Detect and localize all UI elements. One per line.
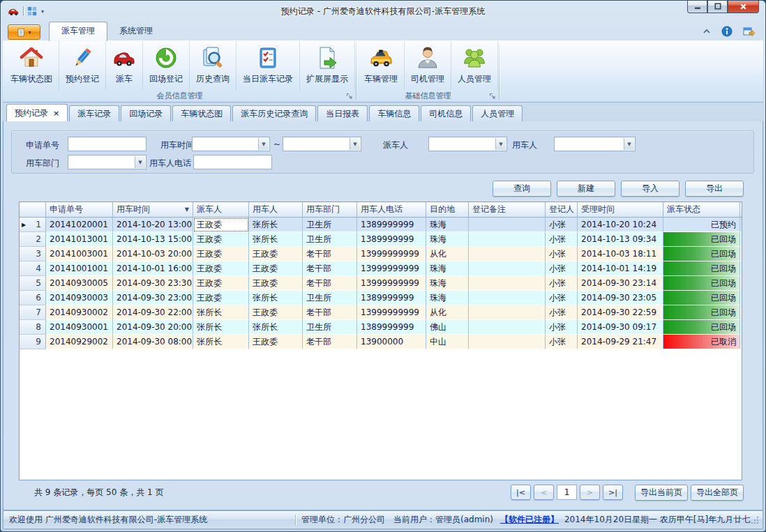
cell-remark[interactable] [469,261,546,276]
cell-use-time[interactable]: 2014-09-30 22:00 [113,305,193,320]
table-row[interactable]: 9201409290022014-09-30 08:00张所长王政委老干部139… [20,335,742,349]
cell-user[interactable]: 王政委 [249,261,303,276]
next-page-button[interactable]: > [580,485,600,500]
row-header-cell[interactable]: 5 [20,276,46,291]
cell-apply-no[interactable]: 20141020001 [46,218,113,232]
maximize-button[interactable] [707,0,728,13]
cell-phone[interactable]: 1389999999 [357,232,426,247]
cell-accept-time[interactable]: 2014-09-30 22:59 [578,305,663,320]
cell-registrar[interactable]: 小张 [546,291,578,305]
close-button[interactable] [728,0,759,13]
cell-dept[interactable]: 卫生所 [303,320,357,335]
row-header-cell[interactable]: 6 [20,291,46,305]
new-button[interactable]: 新建 [557,181,615,197]
table-row[interactable]: ▶1201410200012014-10-20 13:00王政委张所长卫生所13… [20,218,742,232]
cell-phone[interactable]: 13999999999 [357,261,426,276]
chevron-down-icon[interactable]: ▼ [624,138,634,150]
cell-apply-no[interactable]: 20140930005 [46,276,113,291]
cell-status[interactable]: 已预约 [663,218,740,232]
table-row[interactable]: 4201410010012014-10-01 16:00王政委王政委老干部139… [20,261,742,276]
table-row[interactable]: 3201410030012014-10-03 20:00王政委王政委老干部139… [20,247,742,261]
last-page-button[interactable]: >| [603,485,623,500]
export-button[interactable]: 导出 [685,181,744,197]
chevron-down-icon[interactable]: ▼ [258,138,269,150]
column-header-user[interactable]: 用车人 [249,202,303,218]
cell-apply-no[interactable]: 20140930003 [46,291,113,305]
cell-use-time[interactable]: 2014-09-30 08:00 [113,335,193,349]
cell-apply-no[interactable]: 20141003001 [46,247,113,261]
layout-grid-icon[interactable] [27,6,37,16]
ribbon-button-vehicle-status-map[interactable]: 车辆状态图 [4,41,59,90]
cell-user[interactable]: 王政委 [249,247,303,261]
resize-grip[interactable] [750,515,759,524]
cell-remark[interactable] [469,305,546,320]
cell-user[interactable]: 王政委 [249,276,303,291]
cell-phone[interactable]: 13999999999 [357,305,426,320]
cell-status[interactable]: 已回场 [663,232,740,247]
apply-no-input[interactable] [68,137,147,151]
collapse-ribbon-icon[interactable] [703,29,711,34]
cell-registrar[interactable]: 小张 [546,276,578,291]
cell-accept-time[interactable]: 2014-09-29 21:47 [578,335,663,349]
cell-use-time[interactable]: 2014-10-03 20:00 [113,247,193,261]
doc-tab-dispatch-records[interactable]: 派车记录 [69,105,119,121]
cell-accept-time[interactable]: 2014-09-30 23:05 [578,291,663,305]
chevron-down-icon[interactable]: ▼ [135,156,145,168]
cell-status[interactable]: 已回场 [663,247,740,261]
close-tab-icon[interactable]: × [53,109,59,118]
cell-dispatcher[interactable]: 王政委 [193,218,249,232]
row-header-cell[interactable]: 8 [20,320,46,335]
cell-dept[interactable]: 老干部 [303,276,357,291]
license-registered-link[interactable]: 【软件已注册】 [500,514,559,526]
cell-registrar[interactable]: 小张 [546,305,578,320]
ribbon-tab-dispatch-management[interactable]: 派车管理 [49,22,107,41]
ribbon-button-reservation-register[interactable]: 预约登记 [59,41,106,90]
cell-remark[interactable] [469,320,546,335]
cell-dept[interactable]: 老干部 [303,335,357,349]
toolbar-dropdown-icon[interactable]: ▾ [41,8,44,15]
cell-apply-no[interactable]: 20140930001 [46,320,113,335]
cell-phone[interactable]: 1389999999 [357,320,426,335]
cell-remark[interactable] [469,276,546,291]
cell-registrar[interactable]: 小张 [546,335,578,349]
cell-accept-time[interactable]: 2014-10-03 18:11 [578,247,663,261]
user-combo[interactable]: ▼ [554,137,636,151]
use-time-to-combo[interactable]: ▼ [283,137,361,151]
cell-dispatcher[interactable]: 王政委 [193,276,249,291]
cell-accept-time[interactable]: 2014-09-30 23:14 [578,276,663,291]
cell-destination[interactable]: 珠海 [426,261,469,276]
minimize-button[interactable] [687,0,707,13]
column-header-row-selector[interactable] [20,202,46,218]
cell-dispatcher[interactable]: 王政委 [193,247,249,261]
column-header-registrar[interactable]: 登记人 [546,202,578,218]
import-button[interactable]: 导入 [621,181,679,197]
dispatcher-combo[interactable]: ▼ [428,137,507,151]
cell-apply-no[interactable]: 20140929002 [46,335,113,349]
dialog-launcher-icon[interactable] [346,93,353,100]
cell-destination[interactable]: 珠海 [426,276,469,291]
cell-dispatcher[interactable]: 张所长 [193,320,249,335]
cell-remark[interactable] [469,232,546,247]
ribbon-button-return-register[interactable]: 回场登记 [143,41,190,90]
row-header-cell[interactable]: 9 [20,335,46,349]
dept-combo[interactable]: ▼ [68,155,147,169]
cell-use-time[interactable]: 2014-09-30 23:00 [113,291,193,305]
cell-accept-time[interactable]: 2014-10-01 14:19 [578,261,663,276]
cell-destination[interactable]: 从化 [426,247,469,261]
cell-registrar[interactable]: 小张 [546,232,578,247]
chevron-down-icon[interactable]: ▼ [350,138,360,150]
ribbon-button-today-dispatch-records[interactable]: 当日派车记录 [236,41,300,90]
cell-status[interactable]: 已回场 [663,261,740,276]
column-header-phone[interactable]: 用车人电话 [357,202,426,218]
ribbon-button-history-query[interactable]: 历史查询 [190,41,236,90]
ribbon-button-extend-screen[interactable]: 扩展屏显示 [300,41,355,90]
application-menu-button[interactable]: ▾ [8,24,40,40]
doc-tab-dispatch-history-query[interactable]: 派车历史记录查询 [232,105,316,121]
table-row[interactable]: 2201410130012014-10-13 15:00王政委张所长卫生所138… [20,232,742,247]
doc-tab-daily-report[interactable]: 当日报表 [317,105,368,121]
table-row[interactable]: 5201409300052014-09-30 23:30王政委王政委老干部139… [20,276,742,291]
cell-status[interactable]: 已回场 [663,305,740,320]
cell-user[interactable]: 王政委 [249,335,303,349]
cell-registrar[interactable]: 小张 [546,218,578,232]
cell-use-time[interactable]: 2014-09-30 23:30 [113,276,193,291]
